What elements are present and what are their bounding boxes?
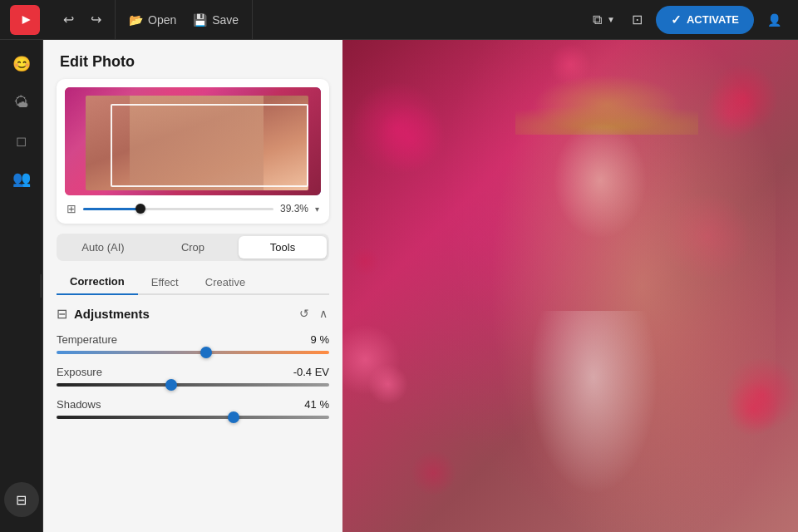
adj-header-right: ↺ ∧: [298, 305, 329, 322]
tab-creative[interactable]: Creative: [192, 269, 259, 295]
exposure-thumb: [165, 379, 177, 391]
sliders-icon: ⊟: [16, 492, 27, 508]
preview-image: [65, 87, 321, 195]
profile-icon: 👤: [767, 13, 781, 27]
shadows-thumb: [228, 411, 239, 423]
adjustments-panel: ⊟ Adjustments ↺ ∧ Temperature 9 %: [43, 305, 342, 532]
svg-marker-0: [22, 16, 31, 24]
shadows-header: Shadows 41 %: [57, 398, 329, 411]
open-label: Open: [148, 13, 176, 27]
view-group: ⧉ ▼ ⊡: [579, 0, 656, 40]
adjustments-header: ⊟ Adjustments ↺ ∧: [57, 305, 329, 322]
save-label: Save: [212, 13, 239, 27]
icon-bar: 😊 🌤 ◻ 👥 ⊟ ‹: [0, 40, 43, 532]
face-icon: 😊: [12, 55, 31, 73]
redo-icon: ↪: [91, 12, 101, 27]
temperature-value: 9 %: [311, 333, 329, 346]
activate-button[interactable]: ✓ ACTIVATE: [656, 6, 754, 34]
crop-overlay: [111, 104, 308, 187]
panel-title: Edit Photo: [43, 40, 342, 79]
shadows-item: Shadows 41 %: [57, 398, 329, 419]
adj-header-left: ⊟ Adjustments: [57, 306, 150, 322]
exposure-value: -0.4 EV: [293, 366, 329, 378]
zoom-chevron-icon[interactable]: ▾: [315, 204, 319, 214]
tabs-row2: Correction Effect Creative: [57, 268, 329, 295]
exposure-header: Exposure -0.4 EV: [57, 366, 329, 378]
collapse-adjustments-button[interactable]: ∧: [318, 305, 329, 322]
open-folder-icon: 📂: [129, 13, 143, 27]
portrait-area: [342, 40, 798, 532]
people-button[interactable]: 👥: [6, 163, 37, 195]
people-icon: 👥: [12, 170, 31, 188]
tab-crop[interactable]: Crop: [149, 236, 237, 259]
compare-icon: ⧉: [593, 12, 602, 27]
temperature-label: Temperature: [57, 333, 117, 346]
exposure-label: Exposure: [57, 366, 102, 378]
activate-label: ACTIVATE: [687, 13, 739, 26]
preview-container: ⊞ 39.3% ▾: [57, 79, 329, 224]
main-content: 😊 🌤 ◻ 👥 ⊟ ‹ Edit Photo: [0, 40, 798, 532]
filter-button[interactable]: 🌤: [6, 86, 37, 118]
tabs-row1: Auto (AI) Crop Tools: [57, 234, 329, 261]
tab-tools[interactable]: Tools: [239, 236, 327, 259]
open-button[interactable]: 📂 Open: [122, 8, 183, 32]
tab-auto-ai[interactable]: Auto (AI): [59, 236, 147, 259]
redo-button[interactable]: ↪: [84, 7, 108, 32]
zoom-slider-fill: [83, 208, 140, 210]
exposure-item: Exposure -0.4 EV: [57, 366, 329, 387]
expand-icon: ⊞: [66, 202, 76, 215]
zoom-thumb: [135, 204, 145, 214]
checkmark-icon: ✓: [671, 12, 682, 27]
profile-button[interactable]: 👤: [761, 8, 788, 32]
chevron-down-icon: ▼: [607, 15, 615, 24]
face-retouch-button[interactable]: 😊: [6, 48, 37, 80]
icon-bar-bottom: ⊟: [4, 482, 39, 524]
temperature-slider[interactable]: [57, 351, 329, 354]
undo-icon: ↩: [63, 12, 74, 27]
save-button[interactable]: 💾 Save: [186, 8, 245, 32]
photo-area: [342, 40, 798, 532]
temperature-thumb: [200, 347, 212, 358]
crop-frame-icon: ⊡: [632, 12, 643, 27]
compare-button[interactable]: ⧉ ▼: [586, 7, 622, 32]
tabs-section: Auto (AI) Crop Tools Correction Effect C…: [43, 234, 342, 295]
reset-adjustments-button[interactable]: ↺: [298, 305, 311, 322]
sliders-button[interactable]: ⊟: [4, 482, 39, 517]
undo-button[interactable]: ↩: [57, 7, 81, 32]
tab-correction[interactable]: Correction: [57, 269, 138, 295]
crop-toggle-button[interactable]: ⊡: [625, 7, 649, 32]
topbar: ↩ ↪ 📂 Open 💾 Save ⧉ ▼ ⊡ ✓ ACTIVATE 👤: [0, 0, 798, 40]
shadows-value: 41 %: [304, 398, 329, 411]
zoom-row: ⊞ 39.3% ▾: [65, 202, 321, 215]
shadows-slider[interactable]: [57, 416, 329, 419]
exposure-slider[interactable]: [57, 383, 329, 387]
erase-icon: ◻: [16, 133, 27, 149]
temperature-item: Temperature 9 %: [57, 333, 329, 354]
dress-area: [502, 311, 685, 532]
adjustments-sliders-icon: ⊟: [57, 306, 67, 322]
history-group: ↩ ↪: [50, 0, 116, 40]
app-logo: [10, 5, 40, 35]
tab-effect[interactable]: Effect: [138, 269, 192, 295]
side-panel: Edit Photo ⊞ 39.3% ▾: [43, 40, 342, 532]
adjustments-title: Adjustments: [74, 307, 150, 321]
face-highlight: [534, 114, 667, 280]
cloud-sun-icon: 🌤: [14, 94, 29, 111]
temperature-header: Temperature 9 %: [57, 333, 329, 346]
save-disk-icon: 💾: [193, 13, 207, 27]
shadows-label: Shadows: [57, 398, 101, 411]
zoom-slider[interactable]: [83, 208, 273, 210]
file-group: 📂 Open 💾 Save: [116, 0, 253, 40]
erase-button[interactable]: ◻: [6, 125, 37, 156]
zoom-value: 39.3%: [280, 203, 308, 214]
